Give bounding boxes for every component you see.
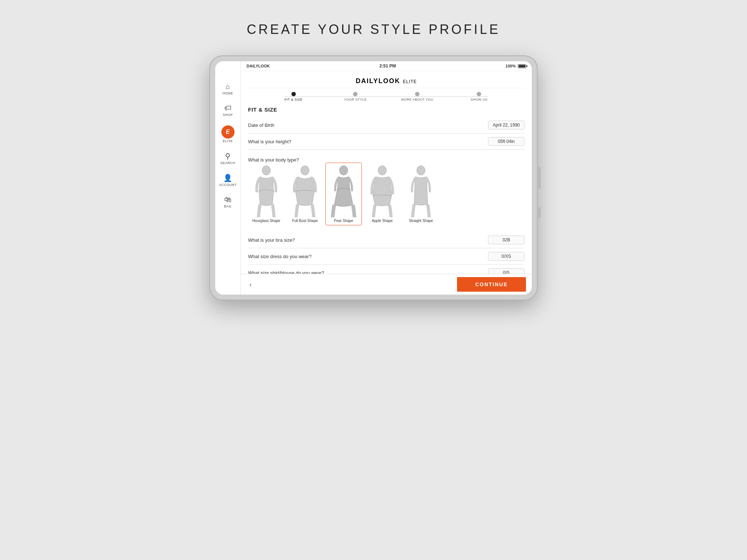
pear-label: Pear Shape	[334, 219, 353, 223]
shop-icon: 🏷	[224, 104, 232, 112]
sidebar-label-search: SEARCH	[220, 161, 235, 165]
step-dot-more-about	[415, 92, 419, 96]
sidebar-item-account[interactable]: 👤 ACCOUNT	[215, 171, 240, 190]
progress-steps: FIT & SIZE YOUR STYLE MORE ABOUT YOU	[263, 92, 510, 101]
carrier-label: DAILYLOOK	[247, 64, 270, 68]
straight-label: Straight Shape	[409, 219, 433, 223]
step-dot-show-us	[477, 92, 481, 96]
body-type-straight[interactable]: Straight Shape	[403, 163, 439, 225]
svg-point-4	[417, 166, 425, 175]
body-type-apple[interactable]: Apple Shape	[364, 163, 400, 225]
elite-badge: E	[221, 125, 235, 139]
step-your-style: YOUR STYLE	[325, 92, 387, 101]
sidebar-label-elite: ELITE	[223, 139, 233, 143]
body-type-label: What is your body type?	[248, 157, 299, 163]
body-type-section: What is your body type?	[248, 150, 525, 232]
page-title: CREATE YOUR STYLE PROFILE	[247, 22, 500, 37]
svg-point-3	[378, 166, 387, 175]
body-type-question-row: What is your body type?	[248, 153, 525, 163]
bra-size-label: What is your bra size?	[248, 237, 295, 243]
pear-figure	[328, 165, 359, 217]
step-more-about-you: MORE ABOUT YOU	[386, 92, 448, 101]
step-label-more-about: MORE ABOUT YOU	[401, 98, 433, 101]
dress-size-label: What size dress do you wear?	[248, 254, 311, 259]
sidebar: ⌂ HOME 🏷 SHOP E ELITE ⚲ SEARCH 👤 ACCOUNT	[215, 61, 241, 295]
dob-label: Date of Birth	[248, 122, 274, 128]
body-type-full-bust[interactable]: Full Bust Shape	[287, 163, 323, 225]
dob-value[interactable]: April 22, 1990	[488, 121, 525, 129]
svg-point-2	[340, 166, 348, 175]
svg-point-0	[262, 166, 271, 175]
shirt-size-value[interactable]: 0/S	[488, 268, 525, 274]
full-bust-label: Full Bust Shape	[292, 219, 318, 223]
step-label-fit-size: FIT & SIZE	[285, 98, 302, 101]
battery-fill	[519, 65, 525, 67]
tablet-frame: ⌂ HOME 🏷 SHOP E ELITE ⚲ SEARCH 👤 ACCOUNT	[209, 55, 538, 300]
sidebar-item-bag[interactable]: 🛍 BAG	[215, 192, 240, 211]
shirt-size-row[interactable]: What size shirt/blouse do you wear? 0/S	[248, 265, 525, 274]
section-title: FIT & SIZE	[248, 106, 525, 113]
status-bar: DAILYLOOK 2:51 PM 100%	[241, 61, 532, 71]
step-show-us: SHOW US	[448, 92, 510, 101]
dress-size-value[interactable]: 0/XS	[488, 252, 525, 261]
body-type-pear[interactable]: Pear Shape	[325, 163, 362, 225]
form-section: FIT & SIZE Date of Birth April 22, 1990 …	[248, 103, 525, 274]
sidebar-item-shop[interactable]: 🏷 SHOP	[215, 101, 240, 120]
height-row[interactable]: What is your height? 05ft 04in	[248, 133, 525, 150]
sidebar-item-search[interactable]: ⚲ SEARCH	[215, 149, 240, 168]
body-types-container: Hourglass Shape	[248, 163, 525, 225]
step-dot-fit-size	[291, 92, 296, 96]
height-label: What is your height?	[248, 139, 291, 144]
straight-figure	[405, 165, 437, 217]
battery-section: 100%	[506, 64, 526, 68]
bra-size-value[interactable]: 32B	[488, 236, 525, 244]
logo-suffix: ELITE	[403, 79, 417, 84]
continue-button[interactable]: CONTINUE	[457, 277, 526, 292]
dob-row[interactable]: Date of Birth April 22, 1990	[248, 117, 525, 133]
elite-icon-letter: E	[226, 129, 230, 135]
app-header: DAILYLOOK ELITE	[248, 72, 525, 88]
dress-size-row[interactable]: What size dress do you wear? 0/XS	[248, 248, 525, 265]
app-logo: DAILYLOOK ELITE	[248, 77, 525, 85]
step-dot-your-style	[353, 92, 357, 96]
apple-label: Apple Shape	[372, 219, 392, 223]
battery-icon	[518, 64, 526, 68]
hourglass-label: Hourglass Shape	[252, 219, 280, 223]
height-value[interactable]: 05ft 04in	[488, 137, 525, 146]
home-icon: ⌂	[225, 82, 230, 91]
sidebar-label-account: ACCOUNT	[219, 183, 237, 187]
content-area[interactable]: DAILYLOOK ELITE FIT & SIZE Y	[241, 72, 532, 274]
main-content: DAILYLOOK 2:51 PM 100% DAILYLOOK ELITE	[241, 61, 532, 295]
time-label: 2:51 PM	[379, 63, 396, 69]
search-icon: ⚲	[225, 152, 231, 160]
bra-size-row[interactable]: What is your bra size? 32B	[248, 232, 525, 248]
step-fit-size: FIT & SIZE	[263, 92, 325, 101]
sidebar-item-home[interactable]: ⌂ HOME	[215, 79, 240, 98]
body-type-hourglass[interactable]: Hourglass Shape	[248, 163, 285, 225]
svg-point-1	[301, 166, 309, 175]
step-label-show-us: SHOW US	[471, 98, 488, 101]
back-button[interactable]: ‹	[247, 279, 255, 290]
sidebar-label-shop: SHOP	[223, 113, 233, 117]
bottom-bar: ‹ CONTINUE	[241, 274, 532, 295]
sidebar-label-bag: BAG	[224, 205, 232, 208]
step-label-your-style: YOUR STYLE	[344, 98, 367, 101]
shirt-size-label: What size shirt/blouse do you wear?	[248, 270, 324, 274]
bag-icon: 🛍	[224, 195, 232, 204]
progress-section: FIT & SIZE YOUR STYLE MORE ABOUT YOU	[248, 88, 525, 103]
sidebar-label-home: HOME	[222, 92, 233, 95]
full-bust-figure	[289, 165, 321, 217]
hourglass-figure	[251, 165, 282, 217]
logo-text: DAILYLOOK	[356, 77, 400, 85]
sidebar-item-elite[interactable]: E ELITE	[215, 122, 240, 146]
apple-figure	[367, 165, 398, 217]
account-icon: 👤	[223, 174, 232, 182]
tablet-screen: ⌂ HOME 🏷 SHOP E ELITE ⚲ SEARCH 👤 ACCOUNT	[215, 61, 532, 295]
battery-percentage: 100%	[506, 64, 516, 68]
